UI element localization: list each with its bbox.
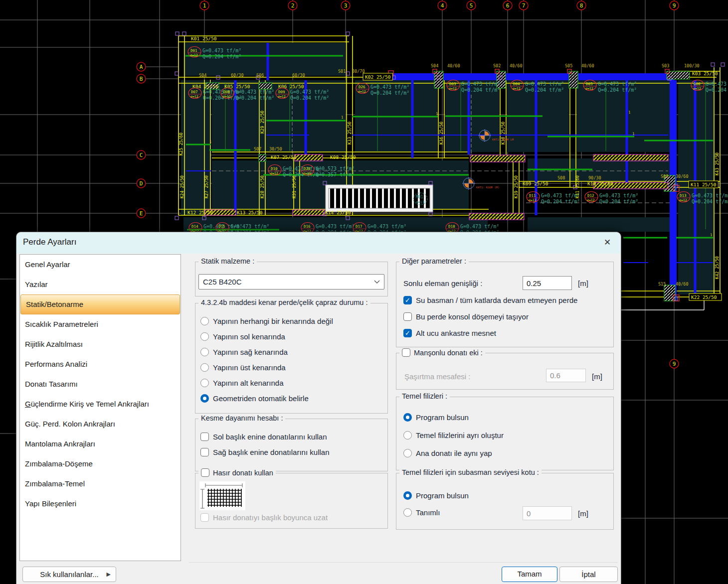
- radio-selected[interactable]: [403, 413, 412, 422]
- checkbox-row[interactable]: Sol başlık enine donatılarını kullan: [200, 433, 327, 441]
- radio-row[interactable]: Ana donatı ile aynı yap: [403, 449, 492, 457]
- checkbox-label: Alt ucu ankastre mesnet: [416, 329, 496, 337]
- sidebar-item-5[interactable]: Performans Analizi: [20, 354, 181, 374]
- ok-button[interactable]: Tamam: [502, 567, 557, 582]
- sidebar-item-7[interactable]: Güçlendirme Kiriş ve Temel Ankrajları: [20, 394, 181, 414]
- checkbox-checked[interactable]: ✓: [403, 329, 412, 337]
- checkbox-unchecked[interactable]: [403, 312, 412, 321]
- radio-row[interactable]: Program bulsun: [403, 491, 469, 500]
- fe-width-input[interactable]: [523, 276, 572, 290]
- sidebar-item-3[interactable]: Sıcaklık Parametreleri: [20, 314, 181, 334]
- radio-selected[interactable]: [403, 491, 412, 500]
- cad-label: S03: [662, 63, 669, 68]
- radio-selected[interactable]: [200, 394, 209, 403]
- mesh-extend-row[interactable]: Hasır donatıyı başlık boyunca uzat: [200, 513, 328, 522]
- cad-label: G=0.473 tf/m²: [599, 193, 638, 198]
- group-label: Temel filizleri için subasman seviyesi k…: [399, 468, 542, 476]
- sidebar-item-8[interactable]: Güç. Perd. Kolon Ankrajları: [20, 414, 181, 434]
- cad-label: G=0.473 tf/m²: [367, 224, 406, 229]
- cad-label: Q=0.204 tf/m²: [598, 87, 637, 93]
- coupler-checkbox[interactable]: [402, 348, 410, 357]
- group-coupler-splice: Manşonlu donatı eki : Şaşırtma mesafesi …: [396, 353, 614, 390]
- radio-option[interactable]: [403, 431, 412, 439]
- footer-divider: [189, 562, 618, 563]
- radio-option[interactable]: [200, 348, 209, 356]
- cad-label: K08 25/50: [330, 154, 356, 160]
- close-icon[interactable]: ✕: [601, 236, 614, 249]
- sidebar-item-0[interactable]: Genel Ayarlar: [20, 255, 181, 275]
- cad-label: K43 25/50: [715, 152, 720, 175]
- cad-label: K11 25/50: [691, 182, 717, 187]
- cad-label: ⌀=12: [278, 95, 286, 99]
- sidebar-item-10[interactable]: Zımbalama-Döşeme: [20, 454, 181, 474]
- cad-label: D01: [190, 48, 197, 53]
- radio-row[interactable]: Tanımlı: [403, 508, 440, 517]
- radio-row[interactable]: Yapının sol kenarında: [200, 332, 285, 341]
- cad-label: G=0.473 tf/m²: [541, 193, 580, 198]
- app-root: K01 25/50K02 25/50K03 25/50K04 25/50K05 …: [0, 0, 728, 584]
- radio-option[interactable]: [403, 508, 412, 517]
- radio-option[interactable]: [200, 379, 209, 387]
- cad-label: D: [140, 180, 143, 187]
- checkbox-unchecked[interactable]: [200, 433, 209, 441]
- cad-label: K07 25/50: [271, 154, 297, 160]
- cad-label: D07: [191, 90, 198, 94]
- cad-label: G=0.473 tf/m²: [316, 224, 355, 229]
- cad-label: 1: [632, 132, 635, 136]
- radio-label: Yapının herhangi bir kenarında değil: [213, 317, 333, 325]
- cad-label: K05 25/50: [224, 84, 250, 89]
- radio-row[interactable]: Yapının herhangi bir kenarında değil: [200, 317, 333, 325]
- checkbox-row[interactable]: ✓Alt ucu ankastre mesnet: [403, 329, 496, 337]
- radio-row[interactable]: Program bulsun: [403, 413, 469, 422]
- mesh-extend-checkbox[interactable]: [200, 513, 209, 522]
- sidebar-item-12[interactable]: Yapı Bileşenleri: [20, 494, 181, 514]
- radio-row[interactable]: Temel filizlerini ayrı oluştur: [403, 431, 504, 439]
- radio-option[interactable]: [200, 317, 209, 325]
- checkbox-row[interactable]: Sağ başlık enine donatılarını kullan: [200, 448, 330, 456]
- mesh-use-checkbox[interactable]: [201, 468, 209, 477]
- sidebar-item-1[interactable]: Yazılar: [20, 275, 181, 294]
- checkbox-row[interactable]: Bu perde konsol döşemeyi taşıyor: [403, 312, 529, 321]
- cad-label: K13 25/50: [237, 210, 263, 215]
- checkbox-row[interactable]: ✓Su basman / tüm katlarda devam etmeyen …: [403, 296, 577, 304]
- sidebar-item-11[interactable]: Zımbalama-Temel: [20, 474, 181, 494]
- radio-option[interactable]: [403, 449, 412, 457]
- radio-option[interactable]: [200, 332, 209, 341]
- dialog-title: Perde Ayarları: [23, 237, 76, 247]
- level-input[interactable]: [523, 506, 572, 520]
- cancel-button[interactable]: İptal: [559, 567, 618, 582]
- favorites-button[interactable]: Sık kullanılanlar... ▶: [22, 567, 116, 582]
- dialog-title-bar[interactable]: Perde Ayarları ✕: [16, 232, 621, 254]
- cad-label: S08: [557, 175, 565, 180]
- checkbox-checked[interactable]: ✓: [403, 296, 412, 304]
- cad-label: ⌀=12: [679, 198, 687, 202]
- cad-label: D16: [304, 224, 311, 229]
- cad-label: 60/30: [292, 73, 305, 78]
- cad-label: ⌀=12: [190, 53, 198, 57]
- cad-label: K12 25/50: [187, 210, 213, 215]
- sidebar-item-4[interactable]: Rijitlik Azaltılması: [20, 334, 181, 354]
- radio-row[interactable]: Yapının alt kenarında: [200, 379, 284, 387]
- radio-option[interactable]: [200, 363, 209, 372]
- radio-row[interactable]: Yapının üst kenarında: [200, 363, 286, 372]
- sidebar-item-6[interactable]: Donatı Tasarımı: [20, 374, 181, 394]
- cad-label: K10 25/50: [587, 181, 613, 186]
- cad-label: D08: [223, 90, 230, 94]
- cad-label: Q=0.204 tf/m²: [692, 199, 728, 204]
- sidebar-item-2[interactable]: Statik/Betonarme: [20, 294, 180, 314]
- radio-row[interactable]: Yapının sağ kenarında: [200, 348, 288, 356]
- cad-label: ⌀=16: [303, 171, 311, 175]
- radio-label: Temel filizlerini ayrı oluştur: [416, 431, 504, 439]
- stagger-unit: [m]: [592, 372, 602, 381]
- cad-label: Q=0.204 tf/m²: [461, 87, 500, 93]
- checkbox-unchecked[interactable]: [200, 448, 209, 456]
- cad-label: G=0.473 tf/m²: [525, 81, 564, 87]
- checkbox-label: Sağ başlık enine donatılarını kullan: [213, 448, 330, 456]
- static-material-select[interactable]: C25 B420C: [198, 274, 384, 290]
- stagger-input[interactable]: [546, 369, 586, 382]
- radio-row[interactable]: Geometriden otomatik belirle: [200, 394, 309, 403]
- sidebar-item-9[interactable]: Mantolama Ankrajları: [20, 434, 181, 454]
- checkbox-label: Bu perde konsol döşemeyi taşıyor: [416, 312, 529, 321]
- group-label: Statik malzeme :: [198, 257, 257, 265]
- cad-label: 1: [436, 112, 438, 116]
